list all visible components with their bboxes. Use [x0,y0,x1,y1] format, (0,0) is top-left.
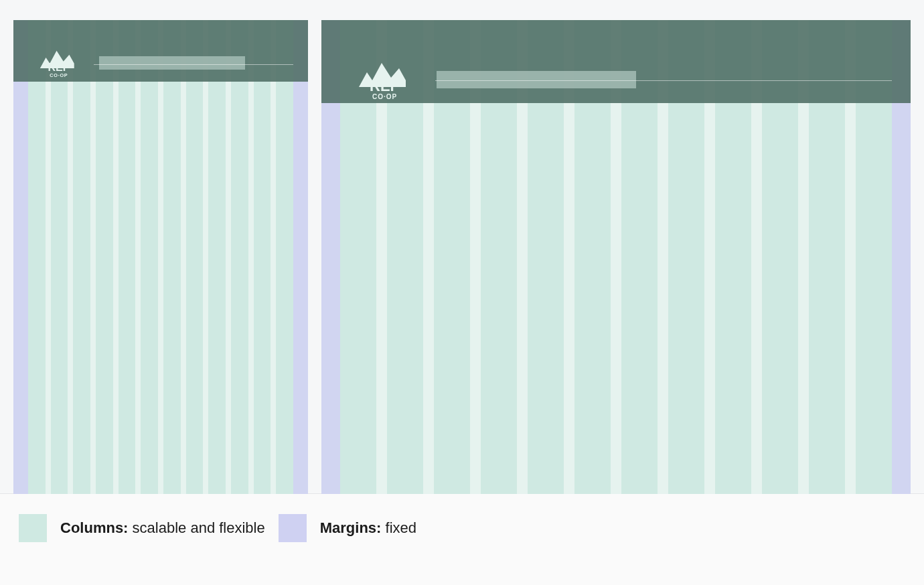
diagram-stage: REI CO·OP [0,0,924,494]
margins-label: Margins: [320,519,382,536]
rei-logo-icon: REI CO·OP [36,47,90,79]
device-large: REI CO·OP [321,20,911,494]
columns-legend-text: Columns: scalable and flexible [60,519,265,537]
legend: Columns: scalable and flexible Margins: … [0,494,924,562]
search-input[interactable] [99,56,245,70]
search-input[interactable] [437,71,636,88]
columns-desc: scalable and flexible [133,519,265,536]
margin-right [293,20,308,494]
margins-desc: fixed [386,519,416,536]
margins-legend-text: Margins: fixed [320,519,416,537]
header-divider [435,80,892,81]
columns-label: Columns: [60,519,128,536]
svg-text:CO·OP: CO·OP [372,93,397,100]
svg-text:REI: REI [370,78,394,94]
header-divider [94,64,293,65]
columns-grid [28,20,293,494]
margin-left [13,20,28,494]
device-small: REI CO·OP [13,20,308,494]
site-header: REI CO·OP [13,20,308,82]
margins-swatch [279,514,307,542]
rei-logo-icon: REI CO·OP [354,58,427,102]
columns-swatch [19,514,47,542]
site-header: REI CO·OP [321,20,911,103]
svg-text:REI: REI [48,62,66,73]
svg-text:CO·OP: CO·OP [50,72,68,78]
